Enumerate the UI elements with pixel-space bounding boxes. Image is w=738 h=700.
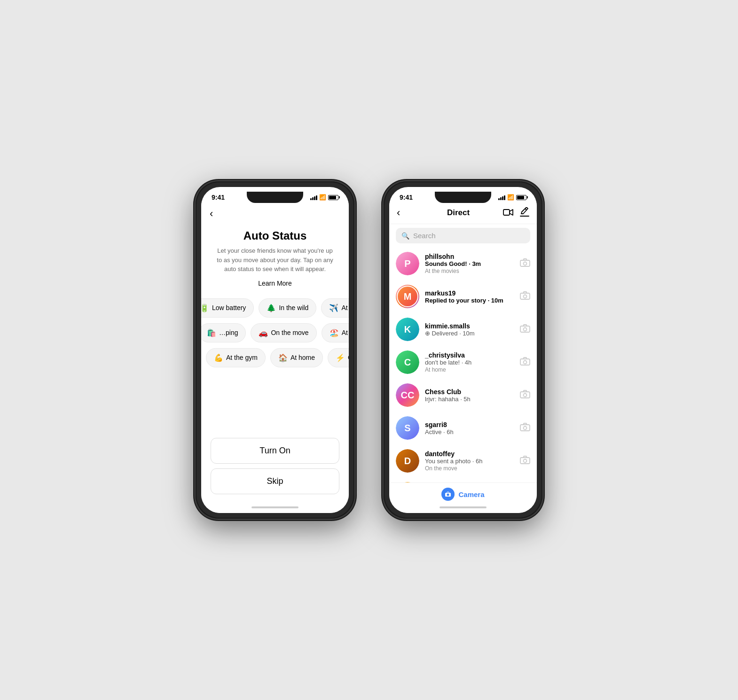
auto-status-description: Let your close friends know what you're … bbox=[201, 246, 349, 276]
chip-low-battery[interactable]: 🔋 Low battery bbox=[201, 298, 254, 318]
conv-username: dantoffey bbox=[425, 450, 514, 458]
camera-circle-icon bbox=[441, 488, 455, 501]
conv-message: don't be late! · 4h bbox=[425, 359, 514, 366]
conversations-list: P phillsohn Sounds Good! · 3m At the mov… bbox=[389, 247, 537, 482]
conv-username: phillsohn bbox=[425, 253, 514, 260]
conv-username: _christysilva bbox=[425, 351, 514, 359]
conv-body-phillsohn: phillsohn Sounds Good! · 3m At the movie… bbox=[425, 253, 514, 274]
left-phone: 9:41 📶 ‹ bbox=[195, 181, 355, 519]
status-time-left: 9:41 bbox=[212, 194, 225, 201]
chip-at-beach[interactable]: 🏖️ At the beac… bbox=[322, 323, 349, 342]
conv-status: At the movies bbox=[425, 268, 514, 274]
search-placeholder: Search bbox=[413, 232, 436, 240]
conv-username: markus19 bbox=[425, 289, 514, 297]
status-icons-left: 📶 bbox=[310, 194, 338, 201]
direct-title: Direct bbox=[447, 208, 470, 218]
conv-item-chess[interactable]: CC Chess Club lrjvr: hahaha · 5h bbox=[389, 379, 537, 412]
search-icon: 🔍 bbox=[401, 232, 409, 240]
svg-point-2 bbox=[524, 262, 527, 265]
chip-in-the-wild[interactable]: 🌲 In the wild bbox=[259, 298, 316, 318]
video-call-icon[interactable] bbox=[503, 208, 513, 218]
learn-more-link[interactable]: Learn More bbox=[201, 276, 349, 291]
skip-button[interactable]: Skip bbox=[211, 468, 339, 494]
direct-screen: ‹ Direct bbox=[389, 203, 537, 513]
conv-status: At home bbox=[425, 366, 514, 373]
conv-item-sgarri[interactable]: S sgarri8 Active · 6h bbox=[389, 412, 537, 444]
avatar-sgarri: S bbox=[396, 416, 419, 440]
conv-message: Sounds Good! · 3m bbox=[425, 260, 514, 267]
header-action-icons bbox=[503, 207, 529, 219]
conv-item-kimmie[interactable]: K kimmie.smalls ⊕ Delivered · 10m bbox=[389, 313, 537, 346]
avatar-dantoffey: D bbox=[396, 449, 419, 473]
notch bbox=[247, 192, 303, 203]
camera-icon-conv[interactable] bbox=[520, 357, 530, 368]
conv-message: Replied to your story · 10m bbox=[425, 297, 514, 304]
conv-item-phillsohn[interactable]: P phillsohn Sounds Good! · 3m At the mov… bbox=[389, 247, 537, 280]
conv-body-dantoffey: dantoffey You sent a photo · 6h On the m… bbox=[425, 450, 514, 472]
back-button[interactable]: ‹ bbox=[201, 203, 349, 225]
turn-on-button[interactable]: Turn On bbox=[211, 438, 339, 464]
svg-point-18 bbox=[447, 494, 449, 496]
back-button-direct[interactable]: ‹ bbox=[397, 207, 414, 219]
chip-charging[interactable]: ⚡ Ch… bbox=[328, 348, 349, 367]
battery-icon bbox=[328, 195, 338, 200]
chip-on-the-move[interactable]: 🚗 On the move bbox=[251, 323, 316, 342]
conv-body-markus19: markus19 Replied to your story · 10m bbox=[425, 289, 514, 304]
conv-item-dantoffey[interactable]: D dantoffey You sent a photo · 6h On the… bbox=[389, 444, 537, 477]
avatar-chess: CC bbox=[396, 383, 419, 407]
camera-icon-conv[interactable] bbox=[520, 423, 530, 434]
home-indicator-left bbox=[251, 506, 298, 508]
svg-rect-0 bbox=[503, 210, 510, 215]
conv-username: Chess Club bbox=[425, 388, 514, 396]
search-bar[interactable]: 🔍 Search bbox=[396, 228, 530, 243]
chip-shopping[interactable]: 🛍️ …ping bbox=[201, 323, 246, 342]
svg-point-4 bbox=[524, 295, 527, 298]
auto-status-screen: ‹ Auto Status Let your close friends kno… bbox=[201, 203, 349, 513]
status-icons-right: 📶 bbox=[498, 194, 526, 201]
conv-message: Active · 6h bbox=[425, 428, 514, 436]
wifi-icon-right: 📶 bbox=[507, 194, 514, 201]
wifi-icon: 📶 bbox=[319, 194, 326, 201]
conv-body-chess: Chess Club lrjvr: hahaha · 5h bbox=[425, 388, 514, 403]
chips-row-2: 🛍️ …ping 🚗 On the move 🏖️ At the beac… bbox=[201, 320, 349, 345]
chips-row-3: 💪 At the gym 🏠 At home ⚡ Ch… bbox=[201, 345, 349, 370]
conv-item-christy[interactable]: C _christysilva don't be late! · 4h At h… bbox=[389, 346, 537, 379]
conv-body-sgarri: sgarri8 Active · 6h bbox=[425, 421, 514, 436]
svg-point-10 bbox=[524, 393, 527, 397]
compose-icon[interactable] bbox=[520, 207, 529, 219]
signal-icon bbox=[310, 194, 317, 200]
svg-point-14 bbox=[524, 459, 527, 462]
notch-right bbox=[435, 192, 491, 203]
chips-row-1: 🔋 Low battery 🌲 In the wild ✈️ At t… bbox=[201, 296, 349, 320]
signal-icon-right bbox=[498, 194, 505, 200]
chip-at-airport[interactable]: ✈️ At t… bbox=[321, 298, 349, 318]
right-phone: 9:41 📶 ‹ bbox=[383, 181, 543, 519]
battery-icon-right bbox=[516, 195, 526, 200]
svg-point-12 bbox=[524, 426, 527, 429]
conv-item-chchoitoi[interactable]: C chchoitoi such a purday photo!!! · 6h bbox=[389, 477, 537, 482]
camera-icon-conv[interactable] bbox=[520, 456, 530, 467]
conv-username: sgarri8 bbox=[425, 421, 514, 428]
camera-icon-conv[interactable] bbox=[520, 390, 530, 401]
status-chips-area: 🔋 Low battery 🌲 In the wild ✈️ At t… bbox=[201, 291, 349, 434]
conv-item-markus19[interactable]: M markus19 Replied to your story · 10m bbox=[389, 280, 537, 313]
svg-point-8 bbox=[524, 360, 527, 364]
bottom-buttons: Turn On Skip bbox=[201, 433, 349, 504]
camera-icon-conv[interactable] bbox=[520, 324, 530, 335]
auto-status-title: Auto Status bbox=[201, 225, 349, 246]
conv-message: lrjvr: hahaha · 5h bbox=[425, 396, 514, 403]
camera-bar[interactable]: Camera bbox=[389, 482, 537, 504]
conv-message: You sent a photo · 6h bbox=[425, 458, 514, 465]
avatar-christy: C bbox=[396, 350, 419, 374]
status-time-right: 9:41 bbox=[400, 194, 413, 201]
svg-point-6 bbox=[524, 327, 527, 331]
direct-header: ‹ Direct bbox=[389, 203, 537, 224]
conv-body-kimmie: kimmie.smalls ⊕ Delivered · 10m bbox=[425, 322, 514, 337]
camera-icon-conv[interactable] bbox=[520, 291, 530, 302]
chip-at-gym[interactable]: 💪 At the gym bbox=[206, 348, 266, 367]
camera-icon-conv[interactable] bbox=[520, 258, 530, 269]
home-indicator-right bbox=[440, 506, 487, 508]
chip-at-home[interactable]: 🏠 At home bbox=[270, 348, 323, 367]
conv-message: ⊕ Delivered · 10m bbox=[425, 330, 514, 337]
conv-body-christy: _christysilva don't be late! · 4h At hom… bbox=[425, 351, 514, 373]
